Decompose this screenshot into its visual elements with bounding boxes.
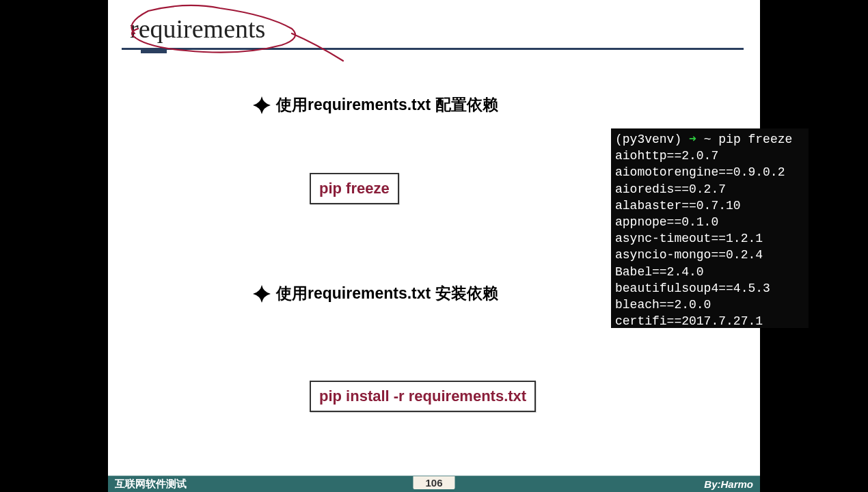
title-accent bbox=[141, 49, 167, 53]
terminal-prompt-line: (py3venv) ➜ ~ pip freeze bbox=[615, 131, 804, 148]
footer-title: 互联网软件测试 bbox=[115, 478, 187, 491]
terminal-output: (py3venv) ➜ ~ pip freeze aiohttp==2.0.7 … bbox=[611, 128, 809, 328]
terminal-line: appnope==0.1.0 bbox=[615, 214, 804, 230]
bullet-text: 使用requirements.txt 安装依赖 bbox=[276, 283, 498, 304]
slide-title: requirements bbox=[122, 14, 744, 48]
page-number: 106 bbox=[413, 476, 455, 489]
title-underline bbox=[122, 48, 744, 50]
command-box-freeze: pip freeze bbox=[310, 173, 399, 204]
sparkle-icon bbox=[252, 95, 272, 115]
footer-author: By:Harmo bbox=[704, 478, 753, 490]
terminal-line: async-timeout==1.2.1 bbox=[615, 230, 804, 247]
terminal-line: beautifulsoup4==4.5.3 bbox=[615, 280, 804, 297]
bullet-install-deps: 使用requirements.txt 安装依赖 bbox=[252, 283, 498, 304]
terminal-line: Babel==2.4.0 bbox=[615, 264, 804, 280]
slide: requirements 使用requirements.txt 配置依赖 pip… bbox=[108, 0, 760, 492]
terminal-line: aioredis==0.2.7 bbox=[615, 181, 804, 197]
terminal-line: aiomotorengine==0.9.0.2 bbox=[615, 164, 804, 180]
bullet-text: 使用requirements.txt 配置依赖 bbox=[276, 94, 498, 115]
title-section: requirements bbox=[122, 14, 744, 53]
command-box-install: pip install -r requirements.txt bbox=[310, 381, 536, 412]
sparkle-icon bbox=[252, 284, 272, 304]
bullet-config-deps: 使用requirements.txt 配置依赖 bbox=[252, 94, 498, 115]
terminal-line: aiohttp==2.0.7 bbox=[615, 148, 804, 164]
terminal-line: certifi==2017.7.27.1 bbox=[615, 313, 804, 328]
terminal-line: bleach==2.0.0 bbox=[615, 297, 804, 313]
terminal-line: asyncio-mongo==0.2.4 bbox=[615, 247, 804, 263]
terminal-line: alabaster==0.7.10 bbox=[615, 197, 804, 214]
slide-footer: 互联网软件测试 106 By:Harmo bbox=[108, 476, 760, 492]
